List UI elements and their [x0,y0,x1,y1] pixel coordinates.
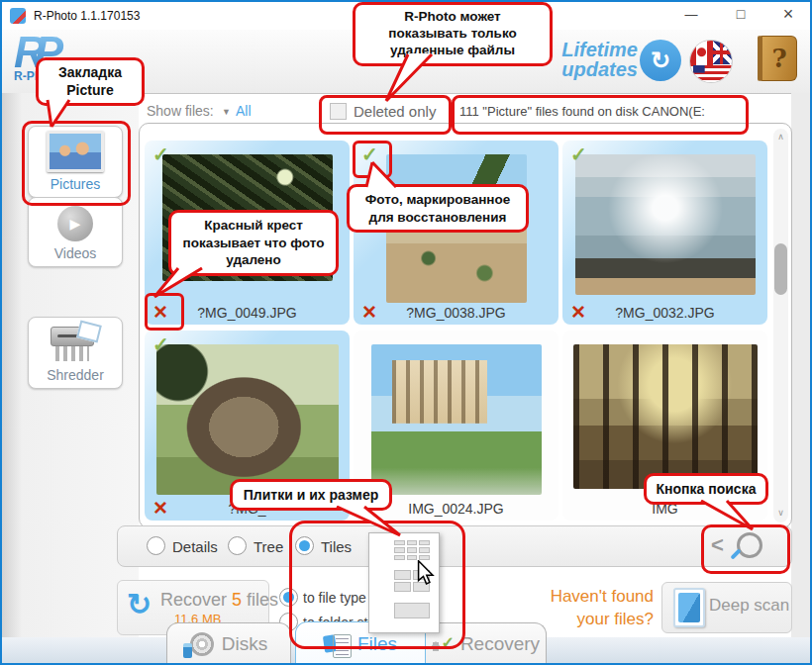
lifetime-updates-label: Lifetime updates [539,40,638,79]
callout-red-cross: Красный крест показывает что фото удален… [168,210,339,276]
deleted-only-checkbox[interactable] [330,103,347,120]
pictures-icon [47,131,104,172]
tab-recovery[interactable]: ✓ Recovery [422,622,547,665]
sidebar-label: Shredder [47,367,104,383]
radio-tiles[interactable] [295,536,314,555]
sidebar-label: Videos [54,245,97,261]
radio-tiles-label: Tiles [321,538,352,555]
photo-thumbnail [156,344,339,495]
scroll-up-icon[interactable]: ∧ [773,129,788,144]
sidebar-label: Pictures [51,176,101,192]
scrollbar-track[interactable] [773,129,788,522]
small-tiles-icon [394,540,430,560]
radio-tree-label: Tree [254,538,283,555]
app-icon [10,8,26,24]
mouse-cursor [416,560,438,586]
tab-label: Recovery [460,633,540,655]
marked-check-icon[interactable]: ✓ [152,332,169,356]
radio-file-type-folders[interactable] [279,588,298,607]
deleted-only-label: Deleted only [354,103,436,120]
tab-label: Files [357,633,397,655]
close-button[interactable]: × [768,0,808,28]
usb-icon [183,643,192,658]
marked-check-icon[interactable]: ✓ [570,142,587,166]
photo-thumbnail [575,154,756,295]
tab-disks[interactable]: Disks [166,622,291,665]
shredder-icon [51,327,100,364]
window-title: R-Photo 1.1.170153 [34,9,140,23]
maximize-button[interactable]: □ [719,0,762,28]
photo-thumbnail [573,344,758,489]
tab-label: Disks [222,633,267,655]
view-options-bar [117,525,792,567]
minimize-button[interactable]: — [669,0,713,28]
scrollbar-thumb[interactable] [774,243,787,295]
callout-marked-photo: Фото, маркированное для восстановления [347,184,529,233]
disk-icon [190,632,214,656]
search-icon[interactable] [737,532,762,558]
show-files-label: Show files: [147,103,214,119]
callout-search: Кнопка поиска [644,473,768,505]
refresh-glyph: ↻ [651,47,670,74]
recycle-icon: ↻ [127,590,152,619]
photo-tile[interactable]: ✓ × ?MG_0032.JPG [562,141,767,325]
marked-check-icon[interactable]: ✓ [152,142,169,166]
recover-button-label: Recover 5 files [160,590,278,611]
callout-tiles: Плитки и их размер [230,479,392,511]
language-flags-icon[interactable] [689,40,733,83]
callout-deleted-only: R-Photo может показывать только удаленны… [353,2,553,66]
help-book-icon[interactable]: ? [758,36,797,81]
files-icon [324,634,350,654]
tile-filename: ?MG_0049.JPG [145,305,350,321]
radio-details[interactable] [147,536,165,555]
scroll-down-icon[interactable]: ∨ [773,505,788,521]
update-refresh-icon[interactable]: ↻ [640,40,681,81]
tile-filename: ?MG_0038.JPG [354,305,558,321]
back-chevron-icon[interactable]: < [711,532,724,558]
deep-scan-label: Deep scan [709,596,789,616]
radio-details-label: Details [172,538,218,555]
marked-check-icon[interactable]: ✓ [361,142,378,166]
videos-play-icon: ▶ [57,206,93,241]
photo-thumbnail [371,344,542,495]
recovery-arrow-icon: ✓ [429,634,453,654]
status-text: 111 "Picture" files found on disk CANON(… [459,104,737,119]
question-glyph: ? [771,44,786,73]
callout-pictures-tab: Закладка Picture [36,57,145,106]
panel-margin [791,93,810,639]
radio-tree[interactable] [228,536,247,555]
sidebar-item-shredder[interactable]: Shredder [28,317,123,389]
deep-scan-icon [673,588,705,627]
large-tile-icon [394,603,430,618]
dropdown-arrow-icon[interactable]: ▼ [222,107,231,117]
recover-count: 5 [232,590,242,610]
show-files-dropdown[interactable]: All [236,103,252,119]
tile-filename: ?MG_0032.JPG [562,305,767,321]
sidebar-item-pictures[interactable]: Pictures [28,126,123,198]
sidebar-item-videos[interactable]: ▶ Videos [28,197,123,267]
